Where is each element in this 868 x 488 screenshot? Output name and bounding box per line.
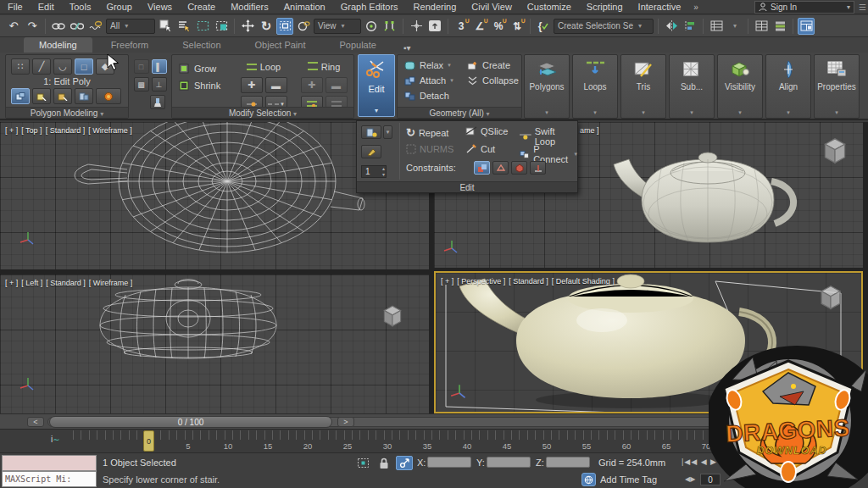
tab-selection[interactable]: Selection	[167, 37, 236, 53]
grow-button[interactable]: Grow	[179, 64, 220, 74]
create-button[interactable]: Create	[467, 60, 519, 70]
edit-panel-button[interactable]: Edit ▾	[358, 54, 395, 117]
menu-create[interactable]: Create	[180, 0, 223, 14]
selection-filter-dropdown[interactable]: All▾	[106, 19, 155, 34]
layer-manager-icon[interactable]	[708, 18, 725, 35]
redo-icon[interactable]: ↷	[24, 18, 41, 35]
isolate-button[interactable]	[150, 95, 165, 109]
rectangular-selection-region-icon[interactable]	[194, 18, 211, 35]
next-frame-button[interactable]: >	[337, 417, 354, 427]
select-by-name-icon[interactable]	[175, 18, 192, 35]
window-crossing-icon[interactable]	[213, 18, 230, 35]
spinner-snap-icon[interactable]: ⇅∪	[509, 18, 526, 35]
viewport-renderer-label[interactable]: [ Standard ]	[509, 277, 548, 286]
soft-selection-spinner[interactable]: 1▴▾	[361, 165, 387, 178]
align-panel-button[interactable]: Align ▾	[765, 54, 811, 119]
scene-explorer-icon[interactable]: ▾	[726, 18, 743, 35]
percent-snap-icon[interactable]: %∪	[490, 18, 507, 35]
viewport-renderer-label[interactable]: [ Standard ]	[46, 279, 86, 287]
constraint-edge-button[interactable]	[492, 161, 509, 175]
y-coordinate-field[interactable]	[487, 457, 531, 468]
attach-button[interactable]: Attach▾	[404, 75, 453, 86]
geometry-all-caption[interactable]: Geometry (All) ▾	[398, 107, 521, 118]
unlink-selection-icon[interactable]	[69, 18, 86, 35]
menu-interactive[interactable]: Interactive	[631, 0, 689, 14]
menu-views[interactable]: Views	[140, 0, 180, 14]
current-frame-marker[interactable]: 0	[143, 430, 154, 452]
polygon-modeling-caption[interactable]: Polygon Modeling ▾	[6, 107, 128, 118]
use-center-icon[interactable]	[363, 18, 380, 35]
tab-object-paint[interactable]: Object Paint	[240, 37, 321, 53]
select-and-scale-icon[interactable]	[276, 18, 293, 35]
menu-overflow-chevron[interactable]: »	[688, 3, 704, 12]
menu-group[interactable]: Group	[98, 0, 140, 14]
constraint-face-button[interactable]	[511, 161, 527, 175]
bind-to-spacewarp-icon[interactable]	[87, 18, 104, 35]
ring-shrink-button[interactable]: ▬	[326, 77, 348, 93]
select-and-link-icon[interactable]	[50, 18, 67, 35]
viewcube[interactable]	[821, 136, 849, 169]
constraint-normal-button[interactable]	[530, 161, 546, 175]
pivot-link-icon[interactable]	[295, 18, 312, 35]
modify-selection-caption[interactable]: Modify Selection ▾	[172, 107, 353, 118]
tab-modeling[interactable]: Modeling	[24, 37, 92, 53]
snap-toggle-3d-icon[interactable]: 3∪	[453, 18, 470, 35]
viewport-pov-label[interactable]: [ Left ]	[21, 279, 42, 287]
select-object-icon[interactable]	[157, 18, 174, 35]
use-soft-selection-button[interactable]	[361, 125, 381, 139]
shrink-button[interactable]: Shrink	[179, 80, 220, 91]
detach-button[interactable]: Detach	[404, 91, 453, 101]
angle-snap-icon[interactable]: ∠∪	[471, 18, 488, 35]
nurms-button[interactable]: NURMS	[406, 144, 453, 154]
modifier-stack-field[interactable]: 1: Edit Poly	[6, 76, 128, 86]
loop-grow-button[interactable]: ✚	[241, 77, 263, 93]
menu-modifiers[interactable]: Modifiers	[223, 0, 276, 14]
menu-scripting[interactable]: Scripting	[579, 0, 631, 14]
named-selection-set-dropdown[interactable]: Create Selection Se▾	[554, 19, 654, 34]
menu-rendering[interactable]: Rendering	[406, 0, 465, 14]
render-setup-icon[interactable]	[798, 18, 815, 35]
edit-named-selection-sets-icon[interactable]: {	[535, 18, 552, 35]
workspace-menu-icon[interactable]: ☰	[859, 3, 866, 12]
viewport-menu-plus[interactable]: [ + ]	[5, 279, 18, 287]
align-icon[interactable]	[682, 18, 698, 35]
viewport-shading-label[interactable]: [ Wireframe ]	[88, 126, 132, 135]
cut-button[interactable]: Cut	[465, 144, 495, 154]
menu-civil-view[interactable]: Civil View	[464, 0, 519, 14]
preview-off-button[interactable]	[53, 88, 72, 104]
show-cage-button[interactable]: ▌	[152, 59, 167, 74]
viewcube[interactable]	[380, 303, 405, 332]
preview-multi-button[interactable]	[32, 88, 51, 104]
add-time-tag-icon[interactable]	[581, 473, 596, 486]
paint-soft-selection-button[interactable]	[361, 145, 381, 158]
viewport-left[interactable]: [ + ] [ Left ] [ Standard ] [ Wireframe …	[0, 274, 429, 413]
viewport-renderer-label[interactable]: [ Standard ]	[46, 126, 86, 135]
border-subobject-button[interactable]: ◡	[53, 58, 72, 75]
previous-frame-button[interactable]: <	[27, 417, 44, 427]
menu-tools[interactable]: Tools	[62, 0, 99, 14]
select-and-move-icon[interactable]	[239, 18, 256, 35]
absolute-mode-transform-icon[interactable]	[396, 456, 413, 470]
mirror-icon[interactable]	[663, 18, 680, 35]
collapse-stack-button[interactable]	[75, 88, 93, 104]
frame-spinner-icon[interactable]: ◀▶	[685, 475, 695, 483]
tab-freeform[interactable]: Freeform	[96, 37, 164, 53]
viewport-menu-plus[interactable]: [ + ]	[5, 126, 18, 135]
tris-panel-button[interactable]: Tris ▾	[620, 54, 666, 119]
preview-subobject-button[interactable]	[11, 88, 30, 104]
select-and-rotate-icon[interactable]: ↻	[258, 18, 275, 35]
x-coordinate-field[interactable]	[427, 457, 471, 468]
select-and-manipulate-icon[interactable]	[381, 18, 398, 35]
relax-button[interactable]: Relax▾	[404, 60, 453, 70]
pin-stack-button[interactable]: □	[134, 59, 149, 74]
menu-animation[interactable]: Animation	[276, 0, 333, 14]
time-slider-handle[interactable]: 0 / 100	[49, 416, 332, 428]
selection-lock-toggle-icon[interactable]	[376, 456, 392, 470]
curve-editor-icon[interactable]	[753, 18, 770, 35]
menu-file[interactable]: File	[0, 0, 31, 14]
mini-curve-editor-icon[interactable]: i∼	[51, 435, 60, 444]
reference-coordinate-dropdown[interactable]: View▾	[314, 19, 361, 34]
show-end-result-button[interactable]	[96, 88, 121, 104]
ring-grow-button[interactable]: ✚	[301, 77, 323, 93]
selection-lock-region-icon[interactable]	[354, 456, 371, 470]
